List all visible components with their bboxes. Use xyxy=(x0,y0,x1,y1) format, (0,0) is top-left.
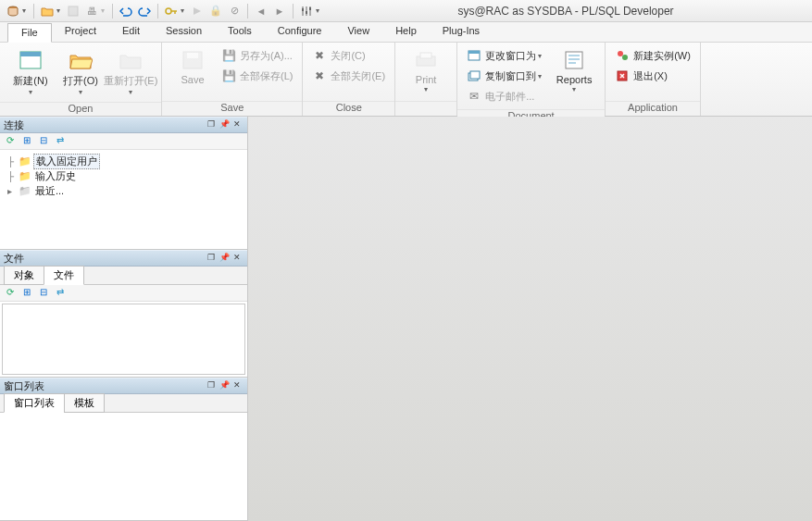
pin-icon[interactable]: 📌 xyxy=(218,119,231,131)
menu-session[interactable]: Session xyxy=(153,22,215,42)
db-icon[interactable] xyxy=(5,3,21,19)
dropdown-icon[interactable]: ▾ xyxy=(181,6,188,15)
back-icon: ◄ xyxy=(253,3,269,19)
menu-tools[interactable]: Tools xyxy=(215,22,265,42)
svg-rect-15 xyxy=(470,71,480,79)
dropdown-icon: ▾ xyxy=(538,72,542,81)
svg-rect-16 xyxy=(566,52,582,68)
stop-icon: ⊘ xyxy=(226,3,243,19)
menu-edit[interactable]: Edit xyxy=(109,22,153,42)
dropdown-icon: ▾ xyxy=(129,88,132,96)
email-icon: ✉ xyxy=(467,89,481,104)
refresh-icon[interactable]: ⟳ xyxy=(4,135,17,148)
restore-icon[interactable]: ❐ xyxy=(205,119,218,131)
restore-icon[interactable]: ❐ xyxy=(205,380,218,392)
change-window-button[interactable]: 更改窗口为 ▾ xyxy=(463,46,545,65)
expand-icon[interactable]: ⊞ xyxy=(20,135,33,148)
dropdown-icon[interactable]: ▾ xyxy=(22,6,30,15)
tree-item[interactable]: ├ 📁 载入固定用户 xyxy=(2,154,245,168)
open-button[interactable]: 打开(O) ▾ xyxy=(57,46,104,98)
collapse-icon[interactable]: ⊟ xyxy=(37,135,50,148)
tree-item[interactable]: ├ 📁 输入历史 xyxy=(2,168,245,183)
windowlist-body[interactable] xyxy=(0,413,247,520)
pin-icon[interactable]: 📌 xyxy=(218,253,231,265)
link-icon[interactable]: ⇄ xyxy=(54,135,67,148)
panel-toolbar: ⟳ ⊞ ⊟ ⇄ xyxy=(0,133,247,150)
open-folder-icon[interactable] xyxy=(39,3,56,19)
menu-plugins[interactable]: Plug-Ins xyxy=(430,22,493,42)
dropdown-icon[interactable]: ▾ xyxy=(316,6,323,15)
panel-connections: 连接 ❐ 📌 ✕ ⟳ ⊞ ⊟ ⇄ ├ 📁 载入固定用户 ├ 📁 xyxy=(0,117,247,250)
files-body[interactable] xyxy=(2,304,245,375)
close-icon[interactable]: ✕ xyxy=(231,380,244,392)
editor-area xyxy=(248,117,812,521)
close-icon[interactable]: ✕ xyxy=(231,253,244,265)
svg-point-18 xyxy=(622,55,628,60)
saveas-button: 💾 另存为(A)... xyxy=(218,46,296,65)
folder-icon: 📁 xyxy=(19,185,33,197)
redo-icon[interactable] xyxy=(136,3,153,19)
tab-objects[interactable]: 对象 xyxy=(4,266,44,285)
new-button[interactable]: 新建(N) ▾ xyxy=(7,46,54,98)
collapse-icon[interactable]: ⊟ xyxy=(37,287,50,300)
ribbon-group-document: 更改窗口为 ▾ 复制窗口到 ▾ ✉ 电子邮件... Reports ▾ Doc xyxy=(457,43,606,116)
link-icon[interactable]: ⇄ xyxy=(54,287,67,300)
ribbon-group-label: Save xyxy=(162,101,302,116)
expand-icon[interactable]: ⊞ xyxy=(20,287,33,300)
save-button: Save xyxy=(169,46,216,87)
svg-rect-11 xyxy=(420,53,431,58)
copy-window-button[interactable]: 复制窗口到 ▾ xyxy=(463,67,545,85)
panel-toolbar: ⟳ ⊞ ⊟ ⇄ xyxy=(0,285,247,302)
tab-files[interactable]: 文件 xyxy=(44,266,84,285)
exit-button[interactable]: 退出(X) xyxy=(611,67,694,85)
email-button: ✉ 电子邮件... xyxy=(463,87,545,105)
restore-icon[interactable]: ❐ xyxy=(205,253,218,265)
copy-window-icon xyxy=(467,68,481,83)
ribbon-group-application: 新建实例(W) 退出(X) Application xyxy=(606,43,701,116)
dropdown-icon: ▾ xyxy=(79,88,82,96)
reports-button[interactable]: Reports ▾ xyxy=(551,46,597,95)
expand-toggle[interactable]: ▸ xyxy=(7,186,19,196)
connections-tree[interactable]: ├ 📁 载入固定用户 ├ 📁 输入历史 ▸ 📁 最近... xyxy=(0,150,247,249)
tree-line: ├ xyxy=(7,156,19,167)
dropdown-icon: ▾ xyxy=(29,88,32,96)
printer-icon xyxy=(413,48,439,72)
svg-rect-4 xyxy=(306,11,307,14)
menu-bar: File Project Edit Session Tools Configur… xyxy=(0,22,812,43)
save-disk-icon xyxy=(180,48,206,72)
tab-windowlist[interactable]: 窗口列表 xyxy=(4,393,65,413)
close-icon: ✖ xyxy=(312,48,327,63)
ribbon-group-label xyxy=(395,101,456,116)
print-icon: 🖶 xyxy=(83,3,100,19)
ribbon-group-close: ✖ 关闭(C) ✖ 全部关闭(E) Close xyxy=(303,43,395,116)
menu-file[interactable]: File xyxy=(7,23,52,43)
tab-templates[interactable]: 模板 xyxy=(64,393,105,413)
new-instance-button[interactable]: 新建实例(W) xyxy=(611,46,694,65)
menu-project[interactable]: Project xyxy=(52,22,109,42)
save-icon xyxy=(65,3,81,19)
panel-header: 文件 ❐ 📌 ✕ xyxy=(0,250,247,267)
ribbon-group-label: Application xyxy=(606,101,700,116)
key-icon[interactable] xyxy=(163,3,180,19)
close-icon[interactable]: ✕ xyxy=(231,119,244,131)
new-instance-icon xyxy=(615,48,630,63)
ribbon: 新建(N) ▾ 打开(O) ▾ 重新打开(E) ▾ Open Save xyxy=(0,43,812,117)
menu-help[interactable]: Help xyxy=(382,22,430,42)
dropdown-icon[interactable]: ▾ xyxy=(56,6,64,15)
pin-icon[interactable]: 📌 xyxy=(218,380,231,392)
window-title: sys@RAC as SYSDBA - PL/SQL Developer xyxy=(323,5,808,18)
play-icon xyxy=(189,3,206,19)
tree-item[interactable]: ▸ 📁 最近... xyxy=(2,183,245,198)
new-window-icon xyxy=(18,48,44,72)
panel-header: 窗口列表 ❐ 📌 ✕ xyxy=(0,378,247,394)
refresh-icon[interactable]: ⟳ xyxy=(4,287,17,300)
tree-line: ├ xyxy=(7,171,19,181)
settings-icon[interactable] xyxy=(298,3,315,19)
menu-view[interactable]: View xyxy=(334,22,382,42)
forward-icon: ► xyxy=(271,3,288,19)
undo-icon[interactable] xyxy=(118,3,134,19)
menu-configure[interactable]: Configure xyxy=(265,22,335,42)
panel-files: 文件 ❐ 📌 ✕ 对象 文件 ⟳ ⊞ ⊟ ⇄ xyxy=(0,250,247,378)
closeall-button: ✖ 全部关闭(E) xyxy=(308,67,389,85)
quick-access-toolbar: ▾ ▾ 🖶 ▾ ▾ 🔒 ⊘ ◄ ► ▾ sys@RAC as SYSDBA - … xyxy=(0,0,812,22)
